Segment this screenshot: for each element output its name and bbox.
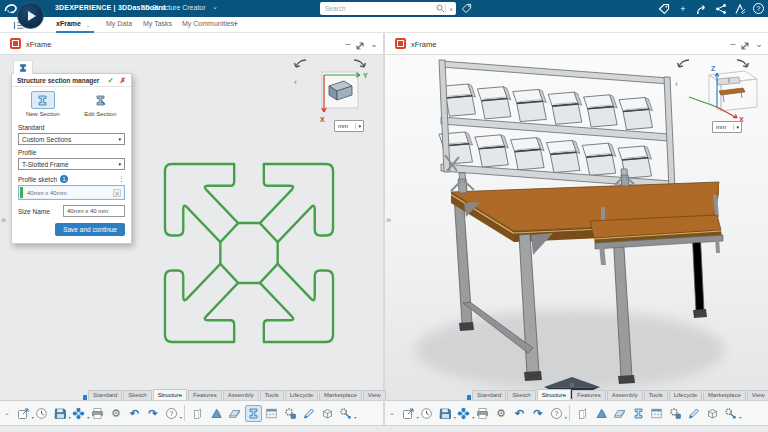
tab-view[interactable]: View: [747, 390, 768, 400]
frame-table-icon[interactable]: [649, 406, 664, 421]
expand-icon[interactable]: [739, 40, 751, 52]
search-scope-caret-icon[interactable]: ∨: [446, 6, 456, 12]
view-cube[interactable]: Z X: [681, 61, 765, 123]
tab-features[interactable]: Features: [188, 390, 222, 400]
cancel-icon[interactable]: ✗: [120, 76, 126, 85]
share-arrow-icon[interactable]: [696, 3, 708, 15]
expand-icon[interactable]: [354, 40, 366, 52]
save-icon[interactable]: ▾: [53, 406, 68, 421]
tab-standard[interactable]: Standard: [88, 390, 122, 400]
section-manager-icon[interactable]: [631, 406, 646, 421]
tab-standard[interactable]: Standard: [472, 390, 506, 400]
export-icon[interactable]: ▾: [16, 406, 31, 421]
tab-view[interactable]: View: [363, 390, 386, 400]
nav-tab-xframe[interactable]: xFrame: [56, 20, 81, 27]
help-icon[interactable]: ?: [753, 3, 764, 14]
save-and-continue-button[interactable]: Save and continue: [55, 223, 125, 236]
share-network-icon[interactable]: [715, 3, 727, 15]
frame-table-icon[interactable]: [264, 406, 279, 421]
customize-icon[interactable]: ▾: [723, 406, 738, 421]
nav-tab-my-communities[interactable]: My Communities: [182, 20, 234, 27]
stylus-icon[interactable]: [301, 406, 316, 421]
box-icon[interactable]: [320, 406, 335, 421]
panel-menu-icon[interactable]: ⌄: [368, 38, 380, 50]
dialog-icon-tab[interactable]: [13, 60, 33, 74]
label-icon[interactable]: [658, 3, 670, 15]
tab-structure[interactable]: Structure: [537, 389, 571, 400]
size-name-input[interactable]: [63, 205, 125, 217]
nav-tab-caret-icon[interactable]: ⌄: [86, 22, 90, 28]
tab-structure[interactable]: Structure: [153, 389, 187, 400]
tab-sketch[interactable]: Sketch: [507, 390, 535, 400]
tab-lifecycle[interactable]: Lifecycle: [285, 390, 318, 400]
tab-features[interactable]: Features: [572, 390, 606, 400]
help-icon[interactable]: ?▾: [164, 406, 179, 421]
print-icon[interactable]: [90, 406, 105, 421]
section-manager-icon[interactable]: [246, 406, 261, 421]
confirm-icon[interactable]: ✓: [107, 76, 113, 85]
chip-remove-icon[interactable]: ✕: [113, 189, 121, 197]
tab-assembly[interactable]: Assembly: [223, 390, 259, 400]
kebab-menu-icon[interactable]: ⋮: [118, 175, 125, 183]
sheet-icon[interactable]: [227, 406, 242, 421]
column-icon[interactable]: [190, 406, 205, 421]
tab-sketch[interactable]: Sketch: [123, 390, 151, 400]
tab-marketplace[interactable]: Marketplace: [703, 390, 746, 400]
new-section-button[interactable]: New Section: [14, 91, 72, 117]
undo-icon[interactable]: ↶: [127, 406, 142, 421]
update-icon[interactable]: ▾: [71, 406, 86, 421]
collapse-bar-icon[interactable]: ⌄: [389, 409, 395, 417]
collapse-bar-icon[interactable]: ⌄: [4, 409, 10, 417]
units-select[interactable]: mm▾: [334, 120, 364, 132]
profile-sketch[interactable]: [162, 162, 336, 344]
edit-section-button[interactable]: Edit Section: [72, 91, 130, 117]
profile-select[interactable]: T-Slotted Frame▾: [18, 158, 125, 170]
model-viewport[interactable]: »: [385, 55, 768, 400]
tab-tools[interactable]: Tools: [644, 390, 668, 400]
units-select[interactable]: mm▾: [712, 121, 742, 133]
print-icon[interactable]: [475, 406, 490, 421]
redo-icon[interactable]: ↷: [530, 406, 545, 421]
settings-icon[interactable]: ⚙: [493, 406, 508, 421]
add-tab-button[interactable]: +: [233, 19, 238, 29]
3dexperience-compass-icon[interactable]: [17, 2, 44, 29]
machining-icon[interactable]: [668, 406, 683, 421]
update-icon[interactable]: ▾: [456, 406, 471, 421]
sheet-icon[interactable]: [612, 406, 627, 421]
tab-lifecycle[interactable]: Lifecycle: [669, 390, 702, 400]
search-icon[interactable]: [436, 4, 445, 13]
customize-icon[interactable]: ▾: [338, 406, 353, 421]
stylus-icon[interactable]: [686, 406, 701, 421]
community-icon[interactable]: [734, 3, 746, 15]
add-content-icon[interactable]: +: [677, 3, 689, 15]
sketch-chip[interactable]: 40mm x 40mm ✕: [20, 187, 123, 198]
search-input[interactable]: [320, 5, 436, 12]
history-icon[interactable]: [34, 406, 49, 421]
tag-icon[interactable]: [461, 3, 472, 14]
tab-marketplace[interactable]: Marketplace: [319, 390, 362, 400]
profile-sketch-field[interactable]: 40mm x 40mm ✕: [18, 185, 125, 200]
box-icon[interactable]: [705, 406, 720, 421]
minimize-icon[interactable]: –: [342, 38, 354, 50]
previous-view-icon[interactable]: ‹: [675, 79, 678, 89]
save-icon[interactable]: ▾: [438, 406, 453, 421]
nav-tab-my-data[interactable]: My Data: [106, 20, 132, 27]
app-title-caret-icon[interactable]: ⌄: [212, 3, 218, 11]
redo-icon[interactable]: ↷: [145, 406, 160, 421]
view-cube[interactable]: Y X: [316, 66, 372, 126]
column-icon[interactable]: [575, 406, 590, 421]
export-icon[interactable]: ▾: [401, 406, 416, 421]
panel-menu-icon[interactable]: ⌄: [753, 38, 765, 50]
nav-tab-my-tasks[interactable]: My Tasks: [143, 20, 172, 27]
search-box[interactable]: ∨: [320, 2, 456, 15]
help-icon[interactable]: ?▾: [549, 406, 564, 421]
prism-icon[interactable]: [594, 406, 609, 421]
history-icon[interactable]: [419, 406, 434, 421]
minimize-icon[interactable]: –: [727, 38, 739, 50]
tab-assembly[interactable]: Assembly: [607, 390, 643, 400]
prism-icon[interactable]: [209, 406, 224, 421]
previous-view-icon[interactable]: ‹: [294, 77, 297, 87]
panel-expander-icon[interactable]: »: [1, 215, 6, 225]
tab-tools[interactable]: Tools: [260, 390, 284, 400]
undo-icon[interactable]: ↶: [512, 406, 527, 421]
